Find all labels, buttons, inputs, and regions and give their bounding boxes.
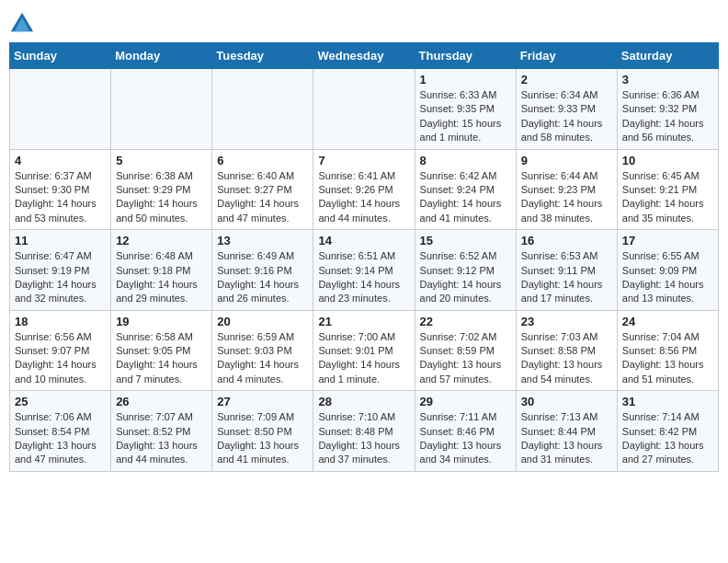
logo-icon: [9, 9, 35, 35]
calendar-cell: 23Sunrise: 7:03 AMSunset: 8:58 PMDayligh…: [516, 310, 617, 391]
calendar-cell: 9Sunrise: 6:44 AMSunset: 9:23 PMDaylight…: [516, 149, 617, 230]
day-number: 27: [217, 395, 308, 408]
col-header-monday: Monday: [111, 43, 212, 69]
day-info: Sunrise: 6:48 AMSunset: 9:18 PMDaylight:…: [116, 249, 207, 306]
day-info: Sunrise: 6:58 AMSunset: 9:05 PMDaylight:…: [116, 330, 207, 387]
day-info: Sunrise: 6:59 AMSunset: 9:03 PMDaylight:…: [217, 330, 308, 387]
day-number: 31: [622, 395, 713, 408]
day-info: Sunrise: 6:37 AMSunset: 9:30 PMDaylight:…: [15, 169, 106, 226]
calendar-cell: [10, 69, 111, 150]
day-number: 3: [622, 73, 713, 86]
day-info: Sunrise: 6:44 AMSunset: 9:23 PMDaylight:…: [521, 169, 612, 226]
day-number: 24: [622, 315, 713, 328]
calendar-cell: 4Sunrise: 6:37 AMSunset: 9:30 PMDaylight…: [10, 149, 111, 230]
day-number: 23: [521, 315, 612, 328]
calendar-cell: [111, 69, 212, 150]
day-info: Sunrise: 6:45 AMSunset: 9:21 PMDaylight:…: [622, 169, 713, 226]
day-info: Sunrise: 6:51 AMSunset: 9:14 PMDaylight:…: [318, 249, 409, 306]
calendar-cell: 21Sunrise: 7:00 AMSunset: 9:01 PMDayligh…: [313, 310, 415, 391]
day-info: Sunrise: 7:07 AMSunset: 8:52 PMDaylight:…: [116, 410, 207, 467]
day-info: Sunrise: 7:11 AMSunset: 8:46 PMDaylight:…: [420, 410, 511, 467]
day-number: 30: [521, 395, 612, 408]
day-number: 17: [622, 234, 713, 247]
day-info: Sunrise: 6:41 AMSunset: 9:26 PMDaylight:…: [318, 169, 409, 226]
calendar-cell: 10Sunrise: 6:45 AMSunset: 9:21 PMDayligh…: [617, 149, 718, 230]
calendar-cell: 25Sunrise: 7:06 AMSunset: 8:54 PMDayligh…: [10, 391, 111, 472]
calendar-cell: 24Sunrise: 7:04 AMSunset: 8:56 PMDayligh…: [617, 310, 718, 391]
calendar-row: 4Sunrise: 6:37 AMSunset: 9:30 PMDaylight…: [10, 149, 719, 230]
calendar-cell: 22Sunrise: 7:02 AMSunset: 8:59 PMDayligh…: [415, 310, 516, 391]
calendar-cell: 29Sunrise: 7:11 AMSunset: 8:46 PMDayligh…: [415, 391, 516, 472]
col-header-tuesday: Tuesday: [212, 43, 313, 69]
day-number: 19: [116, 315, 207, 328]
day-info: Sunrise: 6:40 AMSunset: 9:27 PMDaylight:…: [217, 169, 308, 226]
calendar-cell: 7Sunrise: 6:41 AMSunset: 9:26 PMDaylight…: [313, 149, 415, 230]
day-info: Sunrise: 6:49 AMSunset: 9:16 PMDaylight:…: [217, 249, 308, 306]
day-info: Sunrise: 6:52 AMSunset: 9:12 PMDaylight:…: [420, 249, 511, 306]
calendar-cell: 18Sunrise: 6:56 AMSunset: 9:07 PMDayligh…: [10, 310, 111, 391]
calendar-cell: 15Sunrise: 6:52 AMSunset: 9:12 PMDayligh…: [415, 230, 516, 311]
calendar-cell: 16Sunrise: 6:53 AMSunset: 9:11 PMDayligh…: [516, 230, 617, 311]
calendar-cell: [313, 69, 415, 150]
calendar-row: 18Sunrise: 6:56 AMSunset: 9:07 PMDayligh…: [10, 310, 719, 391]
day-number: 5: [116, 154, 207, 167]
day-number: 8: [420, 154, 511, 167]
calendar-cell: 12Sunrise: 6:48 AMSunset: 9:18 PMDayligh…: [111, 230, 212, 311]
day-info: Sunrise: 6:56 AMSunset: 9:07 PMDaylight:…: [15, 330, 106, 387]
col-header-wednesday: Wednesday: [313, 43, 415, 69]
day-info: Sunrise: 7:09 AMSunset: 8:50 PMDaylight:…: [217, 410, 308, 467]
day-number: 7: [318, 154, 409, 167]
calendar-row: 11Sunrise: 6:47 AMSunset: 9:19 PMDayligh…: [10, 230, 719, 311]
day-info: Sunrise: 7:06 AMSunset: 8:54 PMDaylight:…: [15, 410, 106, 467]
calendar-cell: 27Sunrise: 7:09 AMSunset: 8:50 PMDayligh…: [212, 391, 313, 472]
day-info: Sunrise: 7:00 AMSunset: 9:01 PMDaylight:…: [318, 330, 409, 387]
calendar-cell: 26Sunrise: 7:07 AMSunset: 8:52 PMDayligh…: [111, 391, 212, 472]
calendar-cell: 14Sunrise: 6:51 AMSunset: 9:14 PMDayligh…: [313, 230, 415, 311]
calendar-cell: 31Sunrise: 7:14 AMSunset: 8:42 PMDayligh…: [617, 391, 718, 472]
calendar-cell: 5Sunrise: 6:38 AMSunset: 9:29 PMDaylight…: [111, 149, 212, 230]
calendar-header: SundayMondayTuesdayWednesdayThursdayFrid…: [10, 43, 719, 69]
day-info: Sunrise: 6:47 AMSunset: 9:19 PMDaylight:…: [15, 249, 106, 306]
day-info: Sunrise: 7:10 AMSunset: 8:48 PMDaylight:…: [318, 410, 409, 467]
col-header-thursday: Thursday: [415, 43, 516, 69]
calendar-cell: 3Sunrise: 6:36 AMSunset: 9:32 PMDaylight…: [617, 69, 718, 150]
day-info: Sunrise: 7:04 AMSunset: 8:56 PMDaylight:…: [622, 330, 713, 387]
calendar-cell: 1Sunrise: 6:33 AMSunset: 9:35 PMDaylight…: [415, 69, 516, 150]
day-number: 1: [420, 73, 511, 86]
day-number: 18: [15, 315, 106, 328]
day-number: 22: [420, 315, 511, 328]
calendar-cell: 13Sunrise: 6:49 AMSunset: 9:16 PMDayligh…: [212, 230, 313, 311]
calendar-table: SundayMondayTuesdayWednesdayThursdayFrid…: [9, 42, 719, 472]
day-number: 25: [15, 395, 106, 408]
col-header-sunday: Sunday: [10, 43, 111, 69]
day-info: Sunrise: 7:13 AMSunset: 8:44 PMDaylight:…: [521, 410, 612, 467]
col-header-saturday: Saturday: [617, 43, 718, 69]
day-number: 6: [217, 154, 308, 167]
day-number: 14: [318, 234, 409, 247]
day-number: 10: [622, 154, 713, 167]
day-number: 11: [15, 234, 106, 247]
day-number: 28: [318, 395, 409, 408]
day-info: Sunrise: 6:34 AMSunset: 9:33 PMDaylight:…: [521, 88, 612, 145]
day-number: 4: [15, 154, 106, 167]
calendar-cell: 20Sunrise: 6:59 AMSunset: 9:03 PMDayligh…: [212, 310, 313, 391]
day-info: Sunrise: 7:03 AMSunset: 8:58 PMDaylight:…: [521, 330, 612, 387]
day-number: 26: [116, 395, 207, 408]
col-header-friday: Friday: [516, 43, 617, 69]
calendar-cell: 2Sunrise: 6:34 AMSunset: 9:33 PMDaylight…: [516, 69, 617, 150]
calendar-cell: 28Sunrise: 7:10 AMSunset: 8:48 PMDayligh…: [313, 391, 415, 472]
calendar-row: 25Sunrise: 7:06 AMSunset: 8:54 PMDayligh…: [10, 391, 719, 472]
calendar-cell: 11Sunrise: 6:47 AMSunset: 9:19 PMDayligh…: [10, 230, 111, 311]
day-info: Sunrise: 6:36 AMSunset: 9:32 PMDaylight:…: [622, 88, 713, 145]
day-info: Sunrise: 6:53 AMSunset: 9:11 PMDaylight:…: [521, 249, 612, 306]
day-number: 2: [521, 73, 612, 86]
calendar-cell: 19Sunrise: 6:58 AMSunset: 9:05 PMDayligh…: [111, 310, 212, 391]
calendar-cell: 17Sunrise: 6:55 AMSunset: 9:09 PMDayligh…: [617, 230, 718, 311]
day-info: Sunrise: 6:33 AMSunset: 9:35 PMDaylight:…: [420, 88, 511, 145]
day-number: 9: [521, 154, 612, 167]
day-info: Sunrise: 7:02 AMSunset: 8:59 PMDaylight:…: [420, 330, 511, 387]
day-number: 13: [217, 234, 308, 247]
calendar-cell: 8Sunrise: 6:42 AMSunset: 9:24 PMDaylight…: [415, 149, 516, 230]
calendar-row: 1Sunrise: 6:33 AMSunset: 9:35 PMDaylight…: [10, 69, 719, 150]
day-info: Sunrise: 7:14 AMSunset: 8:42 PMDaylight:…: [622, 410, 713, 467]
